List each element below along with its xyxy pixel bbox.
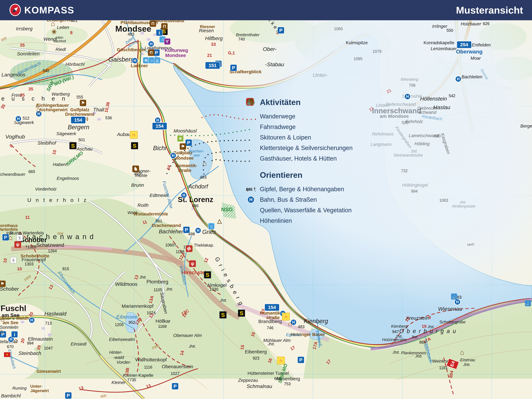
map-label: 550	[446, 28, 453, 32]
p-marker-icon: P	[171, 383, 179, 390]
map-legend: AktivitätenWanderwegeFahrradwegeSkitoure…	[246, 98, 370, 226]
map-label: 493	[134, 172, 141, 176]
map-label: 1205	[115, 323, 124, 327]
legend-item: Skitouren & Loipen	[246, 132, 370, 143]
map-label: Wartenfels	[0, 227, 18, 231]
h-marker-icon: H	[170, 152, 176, 159]
map-label: Ruming	[12, 386, 27, 390]
map-label: 483	[200, 175, 207, 179]
legend-item: Klettersteige & Seilversicherungen	[246, 143, 370, 153]
hs-marker-icon: ⌂	[203, 160, 207, 167]
map-label: Lenzenbauer	[431, 46, 457, 51]
map-label: Voglhub	[5, 134, 25, 139]
map-label: Drachen-	[188, 149, 204, 153]
map-label: Riesner	[200, 25, 215, 29]
map-label: Eibenberg	[245, 349, 267, 354]
map-label: Mühlauer Alm	[263, 338, 291, 343]
tent-marker-icon: △	[217, 218, 222, 224]
horn-marker-icon: ∩	[130, 131, 138, 139]
map-label: Höri-	[56, 36, 64, 39]
sh-marker-icon: 151	[205, 62, 220, 69]
h-marker-icon: H	[404, 93, 411, 100]
map-label: Jhtt.	[139, 275, 146, 279]
map-label: Obenauer Alm	[173, 333, 202, 338]
map-label: Höllkar	[155, 319, 170, 323]
map-label: Egelsee	[286, 333, 301, 337]
map-label: 10	[17, 267, 22, 271]
map-label: 526	[402, 121, 408, 125]
map-label: G,1	[228, 51, 235, 55]
map-label: 947	[392, 330, 399, 334]
h-marker-icon: H	[454, 299, 461, 305]
hs-marker-icon: ⌂	[288, 320, 292, 327]
map-label: -Stabau	[265, 62, 284, 67]
map-label: 732	[401, 169, 408, 173]
map-label: Golfplatz	[70, 108, 89, 112]
map-label: Jhtt.	[411, 335, 418, 339]
map-label: 35	[28, 87, 33, 91]
map-label: bachhof	[53, 39, 66, 43]
map-label: 800	[57, 231, 63, 235]
s-marker-icon: S	[238, 310, 245, 317]
map-label: 545	[43, 69, 49, 73]
legend-item-label: Bahn, Bus & Straßen	[260, 196, 317, 203]
legend-item: 8ฺ85†ฺGipfel, Berge & Höhenangaben	[246, 184, 370, 194]
map-label: Wallhüttenkopf	[135, 357, 167, 362]
map-label: 670	[7, 345, 13, 349]
map-label: Einsiedl	[71, 342, 86, 346]
hand-marker-icon: ψ	[14, 241, 21, 248]
map-label: Konradskapelle	[424, 41, 454, 45]
map-label: Obenauerstein	[162, 364, 193, 369]
map-label: 542	[449, 94, 455, 98]
map-label: Aichingerwirt	[39, 108, 68, 112]
map-label: Jhtt.	[189, 344, 196, 348]
map-label: 604	[274, 377, 281, 381]
hs-marker-icon: ⌂	[36, 106, 41, 113]
legend-item-label: Klettersteige & Seilversicherungen	[260, 145, 353, 152]
peak-icon: 8ฺ85†ฺ	[246, 186, 256, 193]
map-label: Theklakap.	[194, 243, 214, 247]
map-label: Irrsberg	[16, 26, 32, 31]
p-marker-icon: P	[297, 356, 304, 363]
map-label: Habern	[53, 162, 68, 167]
phk-marker-icon: ϒ	[164, 38, 171, 45]
map-label: Brunn	[131, 183, 144, 188]
map-label: 1095	[354, 57, 362, 61]
map-label: Göschlberger	[117, 48, 146, 52]
legend-item-label: Gipfel, Berge & Höhenangaben	[260, 186, 344, 193]
legend-item: Fahrradwege	[246, 122, 370, 132]
legend-item-label: Wanderwege	[260, 113, 295, 120]
map-label: 1074	[147, 311, 156, 315]
map-label: Mariannenkopf	[122, 304, 153, 309]
golf-marker-icon: ⚑	[80, 100, 86, 106]
map-label: †1328	[25, 245, 36, 249]
mus-marker-icon: Π	[150, 20, 156, 27]
map-label: Jhtt.	[463, 363, 470, 367]
map-label: Roith	[137, 203, 149, 208]
kompass-logo-icon	[9, 4, 21, 17]
map-label: 706	[409, 83, 416, 87]
brand-name: KOMPASS	[24, 5, 74, 16]
hall-marker-icon: +	[4, 352, 10, 357]
map-label: 20	[20, 338, 25, 343]
map-label: Wistaudermühle	[133, 212, 168, 216]
map-label: Unter-	[313, 72, 328, 78]
brand: KOMPASS	[9, 4, 74, 17]
map-label: Jägerwirt	[30, 389, 49, 393]
sw2-marker-icon: ☼	[208, 223, 215, 229]
legend-item-label: Höhenlinien	[260, 217, 292, 224]
map-label: 1047	[44, 346, 53, 350]
hs-marker-icon: ⌂	[460, 349, 464, 356]
map-label: Drachenwand	[65, 112, 95, 116]
horn-marker-icon: ∩	[277, 357, 285, 364]
map-label: 753	[284, 382, 291, 386]
sh-marker-icon: 154	[70, 116, 86, 124]
bus-icon: H	[246, 196, 256, 203]
map-label: 1065	[334, 27, 343, 31]
map-label: Bachleiten	[462, 75, 482, 79]
mus-marker-icon: Π	[161, 23, 168, 30]
hs-marker-icon: ⌂	[14, 337, 18, 344]
map-label: Fuschl	[0, 304, 26, 312]
map-label: 483	[298, 325, 304, 329]
map-label: Unterholz	[27, 197, 91, 203]
